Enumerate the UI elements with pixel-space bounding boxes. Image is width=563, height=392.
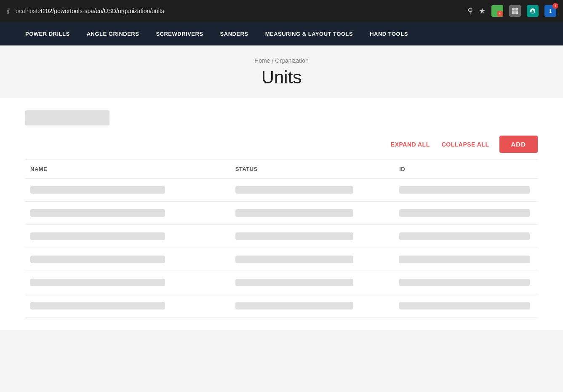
skeleton-status — [235, 279, 353, 286]
nav-item-angle-grinders[interactable]: ANGLE GRINDERS — [78, 22, 148, 45]
nav-item-power-drills[interactable]: POWER DRILLS — [17, 22, 78, 45]
skeleton-id — [399, 302, 530, 309]
nav-item-hand-tools[interactable]: HAND TOOLS — [361, 22, 416, 45]
browser-icons: ⚲ ★ x 1 1 — [467, 5, 556, 17]
skeleton-status — [235, 186, 353, 194]
skeleton-id — [399, 186, 530, 194]
extension-gray-icon[interactable] — [509, 5, 521, 17]
url-path: :4202/powertools-spa/en/USD/organization… — [37, 8, 164, 14]
skeleton-name — [30, 302, 165, 309]
table-row[interactable] — [25, 248, 538, 271]
skeleton-id — [399, 256, 530, 263]
units-table: NAME STATUS ID — [25, 160, 538, 317]
page-title: Units — [0, 67, 563, 88]
skeleton-name — [30, 186, 165, 194]
skeleton-id — [399, 209, 530, 217]
breadcrumb-home[interactable]: Home — [254, 57, 270, 64]
breadcrumb-current: Organization — [275, 57, 308, 64]
skeleton-name — [30, 256, 165, 263]
expand-all-button[interactable]: EXPAND ALL — [389, 138, 432, 151]
nav-item-measuring[interactable]: MEASURING & LAYOUT TOOLS — [257, 22, 361, 45]
info-icon: ℹ — [7, 7, 9, 15]
nav-bar: POWER DRILLS ANGLE GRINDERS SCREWDRIVERS… — [0, 22, 563, 45]
extension-green-icon[interactable]: x — [491, 5, 503, 17]
svg-rect-0 — [512, 8, 515, 11]
column-header-status: STATUS — [230, 160, 394, 179]
filter-placeholder-skeleton — [25, 110, 109, 125]
skeleton-status — [235, 209, 353, 217]
table-row[interactable] — [25, 271, 538, 294]
skeleton-status — [235, 232, 353, 240]
extension-blue-icon[interactable]: 1 1 — [544, 5, 556, 17]
skeleton-id — [399, 232, 530, 240]
skeleton-name — [30, 279, 165, 286]
table-row[interactable] — [25, 202, 538, 225]
filter-bar — [25, 110, 538, 125]
browser-bar: ℹ localhost:4202/powertools-spa/en/USD/o… — [0, 0, 563, 22]
skeleton-name — [30, 232, 165, 240]
svg-rect-2 — [512, 11, 515, 14]
nav-item-sanders[interactable]: SANDERS — [212, 22, 257, 45]
page-header: Home / Organization Units — [0, 45, 563, 98]
search-icon[interactable]: ⚲ — [467, 6, 473, 16]
table-row[interactable] — [25, 294, 538, 317]
skeleton-name — [30, 209, 165, 217]
skeleton-status — [235, 302, 353, 309]
skeleton-status — [235, 256, 353, 263]
action-row: EXPAND ALL COLLAPSE ALL ADD — [25, 136, 538, 160]
extension-teal-icon[interactable] — [527, 5, 539, 17]
url-prefix: localhost — [14, 8, 37, 14]
skeleton-id — [399, 279, 530, 286]
nav-item-screwdrivers[interactable]: SCREWDRIVERS — [147, 22, 211, 45]
add-button[interactable]: ADD — [499, 136, 538, 153]
table-row[interactable] — [25, 179, 538, 202]
svg-rect-1 — [515, 8, 518, 11]
column-header-name: NAME — [25, 160, 230, 179]
table-header-row: NAME STATUS ID — [25, 160, 538, 179]
breadcrumb: Home / Organization — [0, 57, 563, 64]
address-bar[interactable]: localhost:4202/powertools-spa/en/USD/org… — [14, 8, 462, 14]
svg-rect-3 — [515, 11, 518, 14]
main-area: EXPAND ALL COLLAPSE ALL ADD NAME STATUS … — [0, 98, 563, 330]
bookmark-icon[interactable]: ★ — [479, 6, 486, 16]
collapse-all-button[interactable]: COLLAPSE ALL — [440, 138, 491, 151]
column-header-id: ID — [394, 160, 538, 179]
table-row[interactable] — [25, 225, 538, 248]
